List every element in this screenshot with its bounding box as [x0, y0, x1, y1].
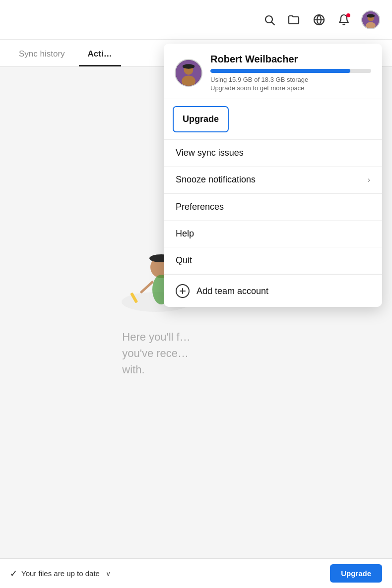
menu-item-label: Preferences — [176, 202, 224, 212]
menu-item-label: Help — [176, 229, 194, 239]
storage-warning-text: Upgrade soon to get more space — [210, 84, 371, 92]
menu-item-view-sync-issues[interactable]: View sync issues — [164, 140, 382, 167]
menu-item-label: Quit — [176, 255, 192, 266]
storage-bar-inner — [210, 69, 350, 73]
menu-item-preferences[interactable]: Preferences — [164, 194, 382, 221]
dropdown-overlay: Robert Weilbacher Using 15.9 GB of 18.3 … — [0, 0, 392, 588]
add-team-account-button[interactable]: Add team account — [164, 275, 382, 307]
storage-bar-wrapper: Using 15.9 GB of 18.3 GB storage Upgrade… — [210, 69, 371, 92]
chevron-right-icon: › — [368, 176, 370, 184]
dropdown-user-info: Robert Weilbacher Using 15.9 GB of 18.3 … — [210, 54, 371, 92]
menu-item-snooze-notifications[interactable]: Snooze notifications › — [164, 167, 382, 193]
svg-rect-21 — [183, 65, 195, 68]
dropdown-username: Robert Weilbacher — [210, 54, 371, 65]
svg-point-19 — [182, 75, 196, 86]
menu-item-help[interactable]: Help — [164, 221, 382, 247]
menu-item-quit[interactable]: Quit — [164, 247, 382, 274]
dropdown-avatar — [175, 59, 202, 87]
dropdown-upgrade-button[interactable]: Upgrade — [173, 106, 229, 132]
menu-item-label: View sync issues — [176, 148, 244, 158]
add-circle-icon — [176, 284, 190, 298]
storage-bar-outer — [210, 69, 371, 73]
dropdown-menu: Robert Weilbacher Using 15.9 GB of 18.3 … — [164, 44, 382, 307]
dropdown-header: Robert Weilbacher Using 15.9 GB of 18.3 … — [164, 44, 382, 99]
menu-item-label: Snooze notifications — [176, 175, 256, 185]
add-team-account-label: Add team account — [196, 286, 268, 296]
storage-used-text: Using 15.9 GB of 18.3 GB storage — [210, 76, 371, 83]
